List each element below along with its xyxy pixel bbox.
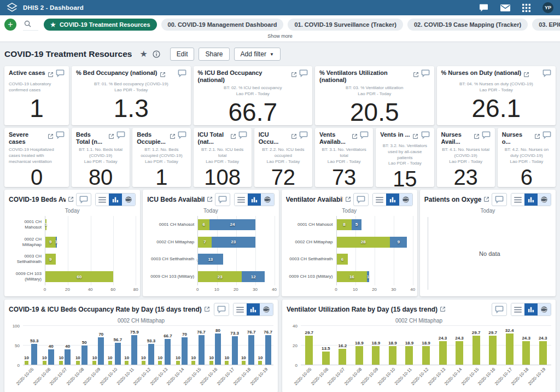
bar[interactable] bbox=[25, 361, 28, 365]
bar[interactable] bbox=[65, 349, 71, 365]
stacked-bar[interactable]: 91 bbox=[45, 237, 136, 248]
chart-view-icon[interactable] bbox=[524, 303, 538, 315]
search-input[interactable] bbox=[35, 20, 37, 28]
bar[interactable] bbox=[422, 346, 430, 365]
bar[interactable] bbox=[165, 339, 171, 365]
stacked-bar[interactable]: 161 bbox=[337, 271, 413, 282]
pivot-view-icon[interactable] bbox=[511, 194, 524, 206]
bar-segment[interactable]: 60 bbox=[45, 271, 113, 282]
comment-icon[interactable] bbox=[492, 193, 507, 206]
comment-icon[interactable] bbox=[116, 131, 125, 141]
bar[interactable] bbox=[31, 344, 37, 365]
bar[interactable] bbox=[191, 361, 195, 365]
open-in-app-icon[interactable] bbox=[483, 195, 489, 204]
bar-segment[interactable]: 24 bbox=[209, 219, 255, 230]
stacked-bar[interactable]: 85 bbox=[337, 219, 413, 230]
info-icon[interactable] bbox=[153, 50, 160, 58]
bar-segment[interactable]: 6 bbox=[198, 219, 209, 230]
bar[interactable] bbox=[355, 346, 363, 365]
bar-segment[interactable]: 1 bbox=[56, 237, 57, 248]
map-view-icon[interactable] bbox=[538, 194, 551, 206]
open-in-app-icon[interactable] bbox=[534, 132, 540, 142]
map-view-icon[interactable] bbox=[260, 303, 273, 315]
open-in-app-icon[interactable] bbox=[440, 305, 446, 314]
comment-icon[interactable] bbox=[215, 193, 230, 206]
stacked-bar[interactable]: 6 bbox=[337, 254, 413, 265]
bar[interactable] bbox=[305, 336, 313, 365]
bar-segment[interactable]: 16 bbox=[337, 271, 368, 282]
bar[interactable] bbox=[248, 335, 254, 365]
bar[interactable] bbox=[439, 341, 447, 365]
bar[interactable] bbox=[265, 335, 271, 365]
comment-icon[interactable] bbox=[56, 131, 65, 141]
bar[interactable] bbox=[522, 341, 530, 365]
open-in-app-icon[interactable] bbox=[204, 305, 210, 314]
map-view-icon[interactable] bbox=[261, 194, 274, 206]
stacked-bar[interactable]: 289 bbox=[337, 237, 413, 248]
open-in-app-icon[interactable] bbox=[291, 70, 297, 80]
bar[interactable] bbox=[59, 361, 63, 365]
bar[interactable] bbox=[472, 336, 480, 365]
bar[interactable] bbox=[98, 337, 104, 365]
bar[interactable] bbox=[225, 361, 229, 365]
favorite-star-icon[interactable]: ★ bbox=[139, 50, 147, 58]
bar-segment[interactable]: 9 bbox=[45, 237, 56, 248]
bar[interactable] bbox=[232, 336, 238, 365]
user-avatar[interactable]: YP bbox=[542, 2, 553, 13]
dashboard-chip[interactable]: 01. COVID-19 Surveillance (Tracker) bbox=[288, 19, 402, 31]
open-in-app-icon[interactable] bbox=[474, 132, 480, 142]
bar[interactable] bbox=[182, 337, 188, 365]
email-icon[interactable] bbox=[500, 4, 510, 11]
bar[interactable] bbox=[322, 352, 330, 365]
bar[interactable] bbox=[108, 361, 112, 365]
bar[interactable] bbox=[372, 346, 380, 365]
open-in-app-icon[interactable] bbox=[291, 132, 297, 142]
bar[interactable] bbox=[158, 361, 162, 365]
apps-menu-icon[interactable] bbox=[522, 4, 530, 12]
bar[interactable] bbox=[142, 361, 145, 365]
bar-segment[interactable]: 8 bbox=[337, 219, 352, 230]
comment-icon[interactable] bbox=[178, 69, 186, 79]
open-in-app-icon[interactable] bbox=[523, 70, 529, 80]
comment-icon[interactable] bbox=[299, 69, 308, 79]
dhis2-logo-icon[interactable] bbox=[7, 3, 18, 13]
chart-view-icon[interactable] bbox=[248, 194, 261, 206]
comment-icon[interactable] bbox=[214, 303, 229, 316]
bar[interactable] bbox=[199, 335, 205, 365]
chart-view-icon[interactable] bbox=[386, 194, 399, 206]
comment-icon[interactable] bbox=[353, 193, 369, 206]
map-view-icon[interactable] bbox=[538, 303, 551, 315]
new-dashboard-button[interactable]: + bbox=[4, 19, 16, 31]
bar[interactable] bbox=[539, 341, 547, 365]
bar[interactable] bbox=[48, 349, 54, 365]
bar-segment[interactable]: 23 bbox=[212, 237, 255, 248]
pivot-view-icon[interactable] bbox=[96, 194, 109, 206]
bar[interactable] bbox=[258, 361, 262, 365]
bar-segment[interactable]: 1 bbox=[45, 219, 46, 230]
add-filter-button[interactable]: Add filter▼ bbox=[234, 48, 281, 61]
pivot-view-icon[interactable] bbox=[235, 194, 248, 206]
bar[interactable] bbox=[176, 361, 180, 365]
comment-icon[interactable] bbox=[421, 131, 430, 141]
bar[interactable] bbox=[125, 361, 129, 365]
open-in-app-icon[interactable] bbox=[160, 70, 166, 80]
comment-icon[interactable] bbox=[482, 131, 491, 141]
bar[interactable] bbox=[131, 335, 137, 365]
bar[interactable] bbox=[81, 346, 88, 365]
bar-segment[interactable]: 9 bbox=[390, 237, 407, 248]
comment-icon[interactable] bbox=[542, 131, 551, 141]
open-in-app-icon[interactable] bbox=[230, 132, 236, 142]
bar[interactable] bbox=[215, 334, 221, 365]
bar[interactable] bbox=[209, 361, 213, 365]
map-view-icon[interactable] bbox=[399, 194, 412, 206]
edit-button[interactable]: Edit bbox=[170, 48, 195, 61]
bar[interactable] bbox=[389, 346, 396, 365]
bar[interactable] bbox=[43, 361, 46, 365]
open-in-app-icon[interactable] bbox=[352, 132, 358, 142]
messages-icon[interactable] bbox=[479, 4, 488, 12]
open-in-app-icon[interactable] bbox=[48, 132, 54, 142]
share-button[interactable]: Share bbox=[199, 48, 229, 61]
bar[interactable] bbox=[489, 336, 497, 365]
chart-view-icon[interactable] bbox=[524, 194, 538, 206]
comment-icon[interactable] bbox=[178, 131, 186, 141]
